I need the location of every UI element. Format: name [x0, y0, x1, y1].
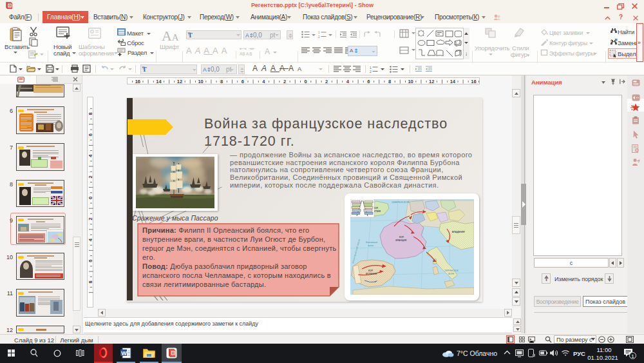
- svg-text:12: 12: [429, 79, 434, 84]
- svg-text:4: 4: [346, 79, 350, 84]
- svg-text:14: 14: [450, 79, 456, 84]
- svg-text:1: 1: [318, 31, 320, 34]
- svg-text:10: 10: [408, 79, 413, 84]
- svg-text:14: 14: [156, 79, 162, 84]
- svg-text:12: 12: [177, 79, 182, 84]
- svg-text:6: 6: [88, 133, 93, 136]
- svg-text:4: 4: [262, 79, 265, 84]
- svg-text:8: 8: [88, 280, 93, 283]
- svg-text:4: 4: [88, 154, 93, 157]
- svg-text:2: 2: [318, 35, 320, 39]
- svg-text:16: 16: [135, 79, 140, 84]
- svg-text:8: 8: [220, 79, 223, 84]
- svg-text:6: 6: [88, 260, 93, 262]
- svg-text:2: 2: [283, 79, 286, 84]
- svg-text:0: 0: [305, 79, 307, 84]
- svg-text:A: A: [611, 39, 612, 42]
- svg-text:2: 2: [88, 175, 93, 178]
- svg-text:W: W: [121, 350, 127, 357]
- svg-text:2: 2: [370, 70, 372, 73]
- svg-text:4: 4: [88, 238, 93, 241]
- svg-text:8: 8: [88, 112, 93, 115]
- svg-text:8: 8: [388, 79, 391, 84]
- svg-text:2: 2: [325, 79, 328, 84]
- svg-text:10: 10: [198, 79, 203, 84]
- svg-text:1: 1: [370, 66, 372, 70]
- svg-text:0: 0: [88, 197, 93, 199]
- svg-text:2: 2: [88, 217, 93, 220]
- svg-text:6: 6: [367, 79, 370, 84]
- svg-text:6: 6: [242, 79, 244, 84]
- svg-text:16: 16: [471, 79, 476, 84]
